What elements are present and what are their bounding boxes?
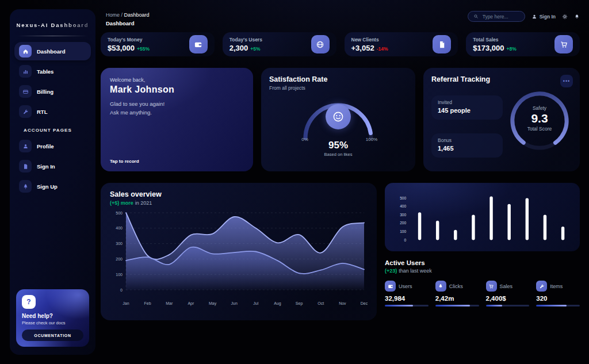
smiley-icon	[326, 104, 351, 129]
help-title: Need help?	[22, 313, 83, 319]
sidebar-item-label: Billing	[37, 89, 53, 95]
cart-icon	[486, 281, 497, 292]
breadcrumb-root[interactable]: Home	[106, 12, 120, 18]
svg-text:Nov: Nov	[339, 301, 346, 305]
stat-value: 32,984	[385, 295, 429, 302]
sales-subtitle: (+5) morein 2021	[110, 200, 368, 206]
cart-icon	[554, 35, 573, 53]
sidebar-item-profile[interactable]: Profile	[14, 137, 91, 155]
stat-label: Today's Money	[108, 37, 150, 43]
document-icon	[433, 35, 451, 53]
stat-label: New Clients	[351, 37, 388, 43]
stat-delta: +5%	[250, 46, 260, 52]
stat-card-total-sales: Total Sales $173,000+8%	[466, 32, 580, 56]
svg-text:Jun: Jun	[231, 301, 238, 305]
sales-overview-card: Sales overview (+5) morein 2021 01002003…	[101, 183, 377, 320]
svg-text:Apr: Apr	[188, 301, 194, 306]
stat-label: Today's Users	[230, 37, 262, 43]
stat-delta: -14%	[377, 46, 388, 52]
search-icon	[473, 14, 479, 19]
search-input[interactable]	[481, 13, 519, 20]
bell-icon[interactable]	[574, 14, 580, 20]
svg-text:400: 400	[400, 204, 406, 208]
bottom-row: Sales overview (+5) morein 2021 01002003…	[101, 183, 580, 315]
stat-delta: +8%	[506, 46, 516, 52]
sidebar-divider	[18, 36, 87, 36]
bonus-label: Bonus	[438, 137, 496, 143]
home-icon	[19, 45, 32, 58]
sidebar: Nexus-AI Dashboard Dashboard Tables Bill…	[10, 9, 95, 355]
tap-to-record-button[interactable]: Tap to record	[110, 159, 139, 164]
wallet-icon	[385, 281, 396, 292]
svg-text:100: 100	[116, 273, 123, 277]
documentation-button[interactable]: OCUMENTATION	[22, 329, 83, 341]
svg-text:0: 0	[120, 288, 123, 292]
satisfaction-card: Satisfaction Rate From all projects 0% 1…	[261, 68, 415, 171]
sidebar-item-label: Profile	[37, 143, 54, 150]
middle-row: Welcome back, Mark Johnson Glad to see y…	[101, 68, 580, 171]
stat-label: Sales	[500, 283, 513, 289]
svg-text:500: 500	[400, 196, 406, 200]
progress-bar	[385, 305, 429, 306]
sidebar-item-sign-in[interactable]: Sign In	[14, 157, 91, 175]
person-icon	[531, 14, 537, 20]
svg-text:200: 200	[116, 257, 123, 261]
sidebar-item-billing[interactable]: Billing	[14, 82, 91, 101]
svg-text:Mar: Mar	[166, 301, 173, 305]
users-stat: Users 32,984	[385, 281, 429, 306]
sidebar-menu: Dashboard Tables Billing RTL ACCOU	[10, 42, 95, 196]
sidebar-section-label: ACCOUNT PAGES	[24, 128, 91, 133]
wrench-icon	[536, 281, 547, 292]
invited-label: Invited	[438, 99, 496, 105]
bar-chart-icon	[19, 65, 32, 78]
svg-text:Jul: Jul	[253, 301, 258, 305]
items-stat: Items 320	[536, 281, 580, 306]
sidebar-item-rtl[interactable]: RTL	[14, 102, 91, 121]
sign-in-control[interactable]: Sign In	[531, 14, 556, 20]
stat-label: Users	[399, 283, 412, 289]
stat-value: 2,42m	[435, 295, 479, 302]
stat-card-new-clients: New Clients +3,052-14%	[345, 32, 458, 56]
svg-text:300: 300	[116, 242, 123, 246]
satisfaction-caption: Based on likes	[261, 152, 415, 157]
svg-text:100: 100	[400, 229, 406, 233]
welcome-greeting: Welcome back,	[110, 77, 244, 83]
svg-text:0: 0	[404, 238, 407, 242]
progress-bar	[536, 305, 580, 306]
stat-label: Clicks	[449, 283, 463, 289]
page-title: Dashboard	[106, 20, 135, 26]
breadcrumb-separator: /	[121, 12, 123, 18]
clicks-stat: Clicks 2,42m	[435, 281, 479, 306]
stat-cards-row: Today's Money $53,000+55% Today's Users …	[101, 32, 580, 56]
breadcrumb-current: Dashboard	[124, 12, 150, 18]
referral-score-block: Safety 9.3 Total Score	[508, 105, 571, 132]
bonus-panel: Bonus 1,465	[431, 133, 503, 158]
gear-icon[interactable]	[562, 14, 568, 20]
welcome-card: Welcome back, Mark Johnson Glad to see y…	[101, 68, 253, 171]
satisfaction-value: 95%	[261, 140, 415, 151]
stat-label: Total Sales	[473, 37, 516, 43]
sign-in-label: Sign In	[540, 14, 556, 20]
globe-icon	[311, 35, 330, 53]
sidebar-item-tables[interactable]: Tables	[14, 62, 91, 81]
svg-text:500: 500	[116, 211, 123, 215]
sales-title: Sales overview	[110, 190, 368, 198]
wallet-icon	[189, 35, 208, 53]
sidebar-item-sign-up[interactable]: Sign Up	[14, 177, 91, 196]
svg-text:Oct: Oct	[318, 301, 324, 305]
rocket-icon	[435, 281, 446, 292]
ellipsis-icon[interactable]: •••	[560, 75, 573, 87]
svg-text:Sep: Sep	[296, 301, 303, 306]
referral-title: Referral Tracking	[431, 75, 490, 83]
help-card: ? Need help? Please check our docs OCUME…	[16, 289, 89, 347]
rocket-icon	[19, 180, 32, 193]
activity-bar-chart: 0100200300400500	[387, 186, 577, 248]
search-box[interactable]	[468, 11, 525, 22]
sidebar-item-dashboard[interactable]: Dashboard	[14, 42, 91, 60]
welcome-name: Mark Johnson	[110, 85, 244, 95]
question-icon: ?	[22, 295, 36, 309]
satisfaction-title: Satisfaction Rate	[269, 75, 327, 83]
stat-card-todays-users: Today's Users 2,300+5%	[223, 32, 336, 56]
stat-card-todays-money: Today's Money $53,000+55%	[101, 32, 215, 56]
stat-delta: +55%	[137, 46, 150, 52]
